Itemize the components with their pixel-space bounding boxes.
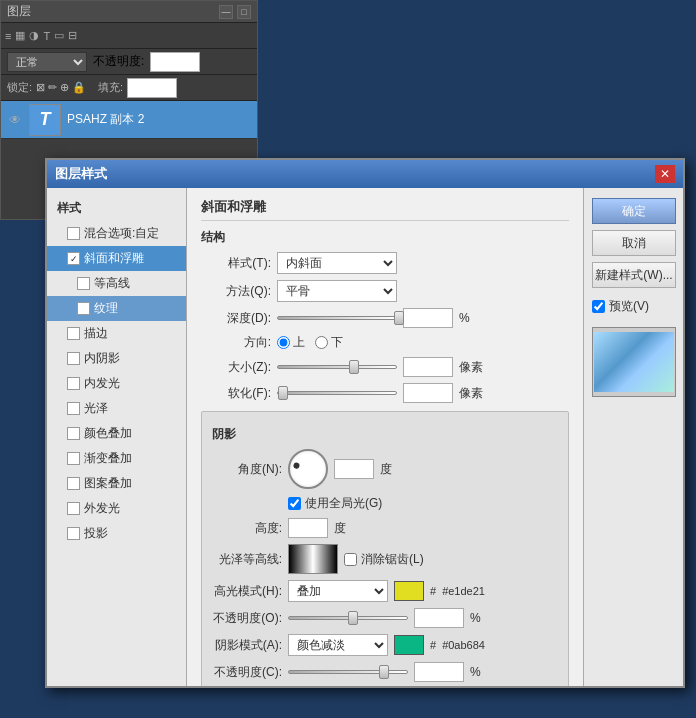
depth-label: 深度(D): <box>201 310 271 327</box>
maximize-btn[interactable]: □ <box>237 5 251 19</box>
shadow-opacity-label: 不透明度(C): <box>212 664 282 681</box>
minimize-btn[interactable]: — <box>219 5 233 19</box>
preview-image <box>594 332 674 392</box>
style-item-blend[interactable]: 混合选项:自定 <box>47 221 186 246</box>
highlight-opacity-slider[interactable] <box>288 616 408 620</box>
highlight-opacity-input[interactable]: 55 <box>414 608 464 628</box>
depth-unit: % <box>459 311 470 325</box>
gloss-contour-preview[interactable] <box>288 544 338 574</box>
satin-checkbox[interactable] <box>67 402 80 415</box>
bevel-checkbox[interactable]: ✓ <box>67 252 80 265</box>
style-item-gradient-overlay[interactable]: 渐变叠加 <box>47 446 186 471</box>
style-item-color-overlay[interactable]: 颜色叠加 <box>47 421 186 446</box>
global-light-label[interactable]: 使用全局光(G) <box>288 495 382 512</box>
texture-checkbox[interactable] <box>77 302 90 315</box>
soften-slider[interactable] <box>277 391 397 395</box>
depth-slider[interactable] <box>277 316 397 320</box>
lock-pixels-icon[interactable]: ✏ <box>48 81 57 94</box>
outer-glow-checkbox[interactable] <box>67 502 80 515</box>
shadow-opacity-input[interactable]: 80 <box>414 662 464 682</box>
direction-down-radio[interactable]: 下 <box>315 334 343 351</box>
style-item-contour[interactable]: 等高线 <box>47 271 186 296</box>
new-style-btn[interactable]: 新建样式(W)... <box>592 262 676 288</box>
inner-shadow-checkbox[interactable] <box>67 352 80 365</box>
cancel-btn[interactable]: 取消 <box>592 230 676 256</box>
filter-smart-icon[interactable]: ⊟ <box>68 29 77 42</box>
soften-unit: 像素 <box>459 385 483 402</box>
style-field-label: 样式(T): <box>201 255 271 272</box>
style-item-inner-shadow[interactable]: 内阴影 <box>47 346 186 371</box>
style-item-satin[interactable]: 光泽 <box>47 396 186 421</box>
highlight-opacity-thumb[interactable] <box>348 611 358 625</box>
filter-pixel-icon[interactable]: ▦ <box>15 29 25 42</box>
preview-text: 预览(V) <box>609 298 649 315</box>
altitude-input[interactable]: 53 <box>288 518 328 538</box>
depth-input[interactable]: 100 <box>403 308 453 328</box>
filter-type-icon[interactable]: T <box>43 30 50 42</box>
style-item-inner-glow[interactable]: 内发光 <box>47 371 186 396</box>
confirm-btn[interactable]: 确定 <box>592 198 676 224</box>
style-select[interactable]: 内斜面 <box>277 252 397 274</box>
angle-dot <box>293 462 300 469</box>
direction-up-input[interactable] <box>277 336 290 349</box>
eliminate-sawtooth-checkbox[interactable] <box>344 553 357 566</box>
blend-mode-select[interactable]: 正常 <box>7 52 87 72</box>
blend-checkbox[interactable] <box>67 227 80 240</box>
angle-wheel[interactable] <box>288 449 328 489</box>
style-item-bevel[interactable]: ✓ 斜面和浮雕 <box>47 246 186 271</box>
drop-shadow-checkbox[interactable] <box>67 527 80 540</box>
direction-down-input[interactable] <box>315 336 328 349</box>
shadow-color-swatch[interactable] <box>394 635 424 655</box>
shadow-color-hash: # <box>430 639 436 651</box>
pattern-overlay-checkbox[interactable] <box>67 477 80 490</box>
dialog-close-btn[interactable]: ✕ <box>655 165 675 183</box>
soften-thumb[interactable] <box>278 386 288 400</box>
shadow-opacity-slider[interactable] <box>288 670 408 674</box>
preview-label[interactable]: 预览(V) <box>592 298 675 315</box>
size-slider[interactable] <box>277 365 397 369</box>
soften-input[interactable]: 0 <box>403 383 453 403</box>
shadow-opacity-thumb[interactable] <box>379 665 389 679</box>
depth-thumb[interactable] <box>394 311 404 325</box>
fill-input[interactable] <box>127 78 177 98</box>
gloss-contour-label: 光泽等高线: <box>212 551 282 568</box>
filter-kind-icon[interactable]: ≡ <box>5 30 11 42</box>
color-overlay-checkbox[interactable] <box>67 427 80 440</box>
global-light-checkbox[interactable] <box>288 497 301 510</box>
highlight-color-swatch[interactable] <box>394 581 424 601</box>
filter-adjust-icon[interactable]: ◑ <box>29 29 39 42</box>
texture-label: 纹理 <box>94 300 118 317</box>
highlight-mode-select[interactable]: 叠加 <box>288 580 388 602</box>
structure-title: 结构 <box>201 229 569 246</box>
method-row: 方法(Q): 平骨 <box>201 280 569 302</box>
style-item-drop-shadow[interactable]: 投影 <box>47 521 186 546</box>
inner-shadow-label: 内阴影 <box>84 350 120 367</box>
inner-glow-checkbox[interactable] <box>67 377 80 390</box>
style-item-texture[interactable]: 纹理 <box>47 296 186 321</box>
preview-checkbox[interactable] <box>592 300 605 313</box>
layers-title-bar: 图层 — □ <box>1 1 257 23</box>
contour-checkbox[interactable] <box>77 277 90 290</box>
shadow-mode-select[interactable]: 颜色减淡 <box>288 634 388 656</box>
global-light-row: 使用全局光(G) <box>288 495 558 512</box>
size-input[interactable]: 75 <box>403 357 453 377</box>
lock-transparent-icon[interactable]: ⊠ <box>36 81 45 94</box>
style-item-stroke[interactable]: 描边 <box>47 321 186 346</box>
size-thumb[interactable] <box>349 360 359 374</box>
eliminate-sawtooth-label[interactable]: 消除锯齿(L) <box>344 551 424 568</box>
direction-up-radio[interactable]: 上 <box>277 334 305 351</box>
layer-item[interactable]: 👁 T PSAHZ 副本 2 <box>1 101 257 139</box>
lock-position-icon[interactable]: ⊕ <box>60 81 69 94</box>
opacity-input[interactable] <box>150 52 200 72</box>
style-item-pattern-overlay[interactable]: 图案叠加 <box>47 471 186 496</box>
lock-all-icon[interactable]: 🔒 <box>72 81 86 94</box>
style-item-outer-glow[interactable]: 外发光 <box>47 496 186 521</box>
method-select[interactable]: 平骨 <box>277 280 397 302</box>
gradient-overlay-checkbox[interactable] <box>67 452 80 465</box>
method-field-label: 方法(Q): <box>201 283 271 300</box>
stroke-checkbox[interactable] <box>67 327 80 340</box>
layer-thumbnail: T <box>29 104 61 136</box>
angle-input[interactable]: -74 <box>334 459 374 479</box>
layer-visibility-icon[interactable]: 👁 <box>7 112 23 128</box>
filter-shape-icon[interactable]: ▭ <box>54 29 64 42</box>
